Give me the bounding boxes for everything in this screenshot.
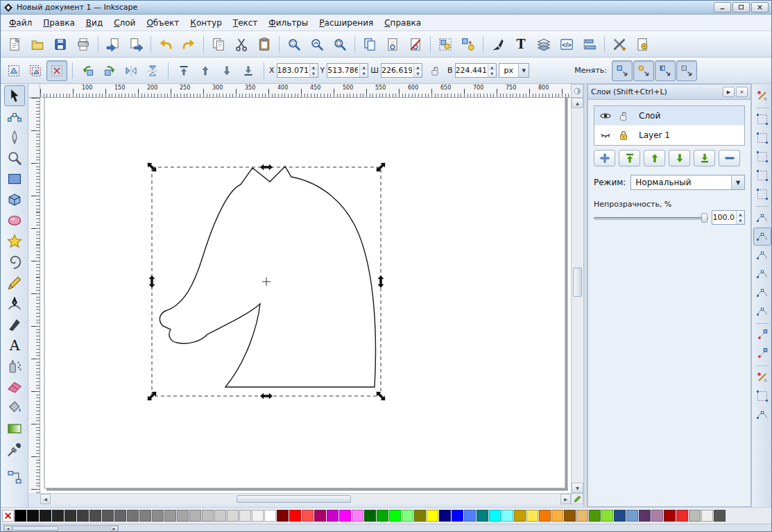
snap-bbox-toggle[interactable] [753, 110, 771, 128]
group-button[interactable] [434, 33, 456, 55]
palette-swatch[interactable] [427, 510, 438, 522]
palette-swatch[interactable] [314, 510, 326, 522]
palette-swatch[interactable] [714, 510, 726, 522]
palette-swatch[interactable] [127, 510, 139, 522]
snap-paths-toggle[interactable] [753, 228, 771, 246]
x-field-spinner[interactable]: ▲▼ [309, 64, 318, 77]
width-field-input[interactable] [381, 64, 413, 77]
palette-swatch[interactable] [514, 510, 526, 522]
blend-mode-dropdown-arrow-icon[interactable]: ▼ [731, 175, 744, 189]
x-field-input[interactable] [277, 64, 309, 77]
palette-scroll-right-arrow[interactable]: ▶ [110, 526, 118, 531]
lower-layer-to-bottom-button[interactable] [694, 150, 715, 166]
new-document-button[interactable] [3, 33, 26, 55]
redo-button[interactable] [178, 33, 200, 55]
scrollbar-corner-button[interactable] [571, 493, 583, 504]
zoom-page-button[interactable] [329, 33, 351, 55]
palette-swatch[interactable] [539, 510, 551, 522]
palette-swatch[interactable] [277, 510, 289, 522]
scroll-left-arrow[interactable]: ◀ [40, 494, 51, 504]
snap-grids-toggle[interactable] [753, 387, 771, 405]
paste-button[interactable] [253, 33, 275, 55]
connector-tool[interactable] [4, 467, 25, 488]
palette-swatch[interactable] [139, 510, 151, 522]
zoom-tool[interactable] [4, 148, 25, 169]
menu-text[interactable]: Текст [228, 16, 264, 30]
snap-bbox-edges-toggle[interactable] [753, 129, 771, 147]
rotate-ccw-button[interactable] [78, 60, 98, 81]
menu-path[interactable]: Контур [185, 16, 227, 30]
palette-swatch[interactable] [414, 510, 426, 522]
palette-swatch[interactable] [477, 510, 488, 522]
palette-swatch[interactable] [214, 510, 226, 522]
palette-swatch[interactable] [439, 510, 451, 522]
palette-swatch[interactable] [526, 510, 538, 522]
layer-row[interactable]: Слой [594, 106, 744, 126]
canvas[interactable] [40, 98, 571, 493]
palette-swatch[interactable] [601, 510, 613, 522]
palette-swatch[interactable] [27, 510, 39, 522]
pen-tool[interactable] [4, 293, 25, 314]
menu-file[interactable]: Файл [3, 16, 37, 30]
snap-bbox-centers-toggle[interactable] [753, 185, 771, 203]
gradient-tool[interactable] [4, 418, 25, 439]
palette-swatch[interactable] [352, 510, 363, 522]
zoom-drawing-button[interactable] [306, 33, 328, 55]
palette-scroll-left-arrow[interactable]: ◀ [4, 526, 12, 531]
y-field-input[interactable] [327, 64, 359, 77]
snap-guides-toggle[interactable] [753, 406, 771, 424]
vertical-ruler[interactable] [28, 98, 40, 493]
maximize-button[interactable] [732, 2, 750, 12]
enable-snapping-toggle[interactable] [753, 87, 771, 105]
lower-layer-button[interactable] [669, 150, 690, 166]
palette-swatch[interactable] [651, 510, 663, 522]
text-dialog-button[interactable]: T [510, 33, 532, 55]
pencil-tool[interactable] [4, 273, 25, 293]
delete-layer-button[interactable] [719, 150, 740, 166]
export-button[interactable] [125, 33, 147, 55]
new-layer-button[interactable] [594, 150, 615, 166]
undo-button[interactable] [155, 33, 177, 55]
box3d-tool[interactable] [4, 189, 25, 210]
palette-swatch[interactable] [302, 510, 314, 522]
horizontal-ruler[interactable]: 1001502002503003504004505005506006507007… [40, 84, 571, 98]
deselect-button[interactable] [46, 60, 67, 81]
layers-dialog-button[interactable] [533, 33, 555, 55]
palette-swatch[interactable] [264, 510, 276, 522]
flip-vertical-button[interactable] [142, 60, 163, 81]
snap-smooth-nodes-toggle[interactable] [753, 284, 771, 302]
snap-rotation-centers-toggle[interactable] [753, 345, 771, 363]
move-gradients-toggle[interactable] [655, 60, 676, 81]
palette-swatch[interactable] [89, 510, 101, 522]
palette-swatch[interactable] [52, 510, 64, 522]
palette-swatch[interactable] [102, 510, 114, 522]
cut-button[interactable] [230, 33, 252, 55]
select-all-button[interactable] [3, 60, 24, 81]
palette-swatch[interactable] [377, 510, 388, 522]
titlebar[interactable]: Новый документ 1 — Inkscape [1, 1, 771, 15]
palette-swatch[interactable] [614, 510, 626, 522]
align-dialog-button[interactable] [578, 33, 601, 55]
layer-row[interactable]: Layer 1 [594, 126, 744, 145]
palette-swatch[interactable] [389, 510, 401, 522]
print-button[interactable] [72, 33, 94, 55]
layer-visibility-toggle[interactable] [597, 127, 614, 144]
ellipse-tool[interactable] [4, 210, 25, 231]
color-managed-display-toggle[interactable] [571, 84, 583, 98]
clone-button[interactable] [381, 33, 404, 55]
close-button[interactable] [751, 2, 769, 12]
palette-swatch[interactable] [152, 510, 164, 522]
save-document-button[interactable] [49, 33, 71, 55]
palette-swatch[interactable] [164, 510, 176, 522]
xml-editor-button[interactable]: </> [556, 33, 578, 55]
palette-swatch[interactable] [15, 510, 26, 522]
palette-swatch[interactable] [227, 510, 239, 522]
opacity-input[interactable] [712, 211, 736, 224]
raise-button[interactable] [195, 60, 216, 81]
document-properties-button[interactable] [631, 33, 653, 55]
palette-swatch[interactable] [689, 510, 701, 522]
snap-bbox-edge-midpoints-toggle[interactable] [753, 166, 771, 185]
tweak-tool[interactable] [4, 127, 25, 148]
width-field-spinner[interactable]: ▲▼ [413, 64, 422, 77]
palette-swatch[interactable] [177, 510, 189, 522]
